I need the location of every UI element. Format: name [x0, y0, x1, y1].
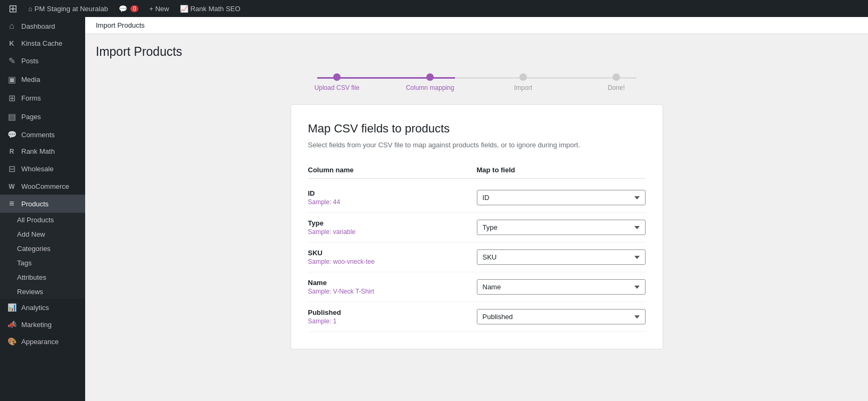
field-name-id-field: ID [308, 189, 477, 197]
sidebar-item-analytics[interactable]: 📊 Analytics [0, 299, 85, 316]
stepper-step-upload: Upload CSV file [291, 70, 384, 91]
marketing-icon: 📣 [6, 320, 17, 329]
site-name: PM Staging at Neuralab [35, 5, 108, 13]
stepper-dot-mapping [426, 73, 434, 81]
sidebar-label-appearance: Appearance [21, 338, 59, 346]
field-rows-container: IDSample: 44IDSKUNameTypePublishedDo not… [308, 183, 646, 332]
sidebar-item-posts[interactable]: ✎ Posts [0, 52, 85, 70]
sidebar-label-marketing: Marketing [21, 321, 52, 329]
field-left-published-field: PublishedSample: 1 [308, 308, 477, 325]
submenu-attributes[interactable]: Attributes [0, 270, 85, 285]
products-icon: ≡ [6, 199, 17, 208]
posts-icon: ✎ [6, 56, 17, 66]
stepper-label-mapping: Column mapping [406, 84, 454, 91]
submenu-reviews[interactable]: Reviews [0, 285, 85, 299]
sidebar-label-rank-math: Rank Math [21, 147, 55, 155]
field-select-sku-field[interactable]: SKUIDTypeNamePublishedDo not import [477, 249, 646, 265]
sidebar-label-comments: Comments [21, 131, 55, 139]
field-row-type-field: TypeSample: variableTypeIDSKUNamePublish… [308, 213, 646, 243]
sidebar-item-woocommerce[interactable]: W WooCommerce [0, 178, 85, 195]
sidebar-item-forms[interactable]: ⊞ Forms [0, 89, 85, 107]
card-title: Map CSV fields to products [308, 122, 646, 136]
field-left-type-field: TypeSample: variable [308, 219, 477, 236]
submenu-categories[interactable]: Categories [0, 241, 85, 256]
stepper-step-mapping: Column mapping [384, 70, 477, 91]
field-name-sku-field: SKU [308, 249, 477, 257]
field-sample-sku-field: Sample: woo-vneck-tee [308, 258, 477, 265]
sidebar-label-dashboard: Dashboard [21, 22, 55, 30]
breadcrumb-text: Import Products [96, 21, 145, 29]
field-sample-published-field: Sample: 1 [308, 318, 477, 325]
field-select-published-field[interactable]: PublishedIDSKUNameTypeDo not import [477, 309, 646, 324]
products-submenu: All Products Add New Categories Tags Att… [0, 213, 85, 299]
field-right-type-field: TypeIDSKUNamePublishedDo not import [477, 220, 646, 235]
field-left-name-field: NameSample: V-Neck T-Shirt [308, 279, 477, 295]
field-right-published-field: PublishedIDSKUNameTypeDo not import [477, 309, 646, 324]
sidebar-item-media[interactable]: ▣ Media [0, 70, 85, 89]
dashboard-icon: ⌂ [6, 21, 17, 31]
sidebar-label-forms: Forms [21, 94, 41, 102]
home-icon: ⌂ [28, 5, 32, 13]
stepper-label-upload: Upload CSV file [315, 84, 360, 91]
field-select-name-field[interactable]: NameIDSKUTypePublishedDo not import [477, 279, 646, 295]
comment-count: 0 [130, 5, 139, 12]
page-title: Import Products [96, 45, 857, 59]
submenu-tags[interactable]: Tags [0, 256, 85, 270]
sidebar-item-pages[interactable]: ▤ Pages [0, 107, 85, 126]
sidebar-item-wholesale[interactable]: ⊟ Wholesale [0, 160, 85, 178]
woocommerce-icon: W [6, 183, 17, 190]
field-sample-id-field: Sample: 44 [308, 198, 477, 206]
sidebar-label-kinsta: Kinsta Cache [21, 39, 62, 47]
sidebar-item-dashboard[interactable]: ⌂ Dashboard [0, 17, 85, 35]
rank-math-label: Rank Math SEO [191, 5, 241, 13]
field-select-type-field[interactable]: TypeIDSKUNamePublishedDo not import [477, 220, 646, 235]
field-select-id-field[interactable]: IDSKUNameTypePublishedDo not import [477, 190, 646, 205]
mapping-card: Map CSV fields to products Select fields… [291, 104, 663, 349]
field-sample-name-field: Sample: V-Neck T-Shirt [308, 288, 477, 295]
sidebar-item-comments[interactable]: 💬 Comments [0, 126, 85, 143]
wholesale-icon: ⊟ [6, 164, 17, 174]
field-sample-type-field: Sample: variable [308, 228, 477, 236]
wp-logo-button[interactable]: ⊞ [4, 0, 22, 17]
card-subtitle: Select fields from your CSV file to map … [308, 141, 646, 149]
sidebar-item-appearance[interactable]: 🎨 Appearance [0, 333, 85, 350]
sidebar-label-posts: Posts [21, 57, 39, 65]
sidebar-item-kinsta-cache[interactable]: K Kinsta Cache [0, 35, 85, 52]
field-name-name-field: Name [308, 279, 477, 287]
field-name-published-field: Published [308, 308, 477, 316]
sidebar-label-products: Products [21, 200, 48, 208]
new-button[interactable]: + New [145, 0, 173, 17]
site-name-button[interactable]: ⌂ PM Staging at Neuralab [24, 0, 112, 17]
comments-icon: 💬 [6, 130, 17, 139]
page-body: Import Products Upload CSV file Column m… [85, 34, 868, 401]
stepper-label-import: Import [514, 84, 532, 91]
stepper-dot-import [519, 73, 527, 81]
admin-bar: ⊞ ⌂ PM Staging at Neuralab 💬 0 + New 📈 R… [0, 0, 868, 17]
comments-button[interactable]: 💬 0 [114, 0, 143, 17]
sidebar-item-products[interactable]: ≡ Products [0, 195, 85, 213]
field-left-id-field: IDSample: 44 [308, 189, 477, 206]
sidebar-label-woocommerce: WooCommerce [21, 182, 69, 190]
stepper-label-done: Done! [608, 84, 625, 91]
field-left-sku-field: SKUSample: woo-vneck-tee [308, 249, 477, 265]
sidebar-label-analytics: Analytics [21, 304, 49, 312]
forms-icon: ⊞ [6, 93, 17, 103]
sidebar-item-rank-math[interactable]: R Rank Math [0, 143, 85, 160]
col-header-map: Map to field [477, 166, 646, 174]
rank-math-icon: 📈 [180, 5, 188, 13]
media-icon: ▣ [6, 74, 17, 85]
field-right-id-field: IDSKUNameTypePublishedDo not import [477, 190, 646, 205]
submenu-all-products[interactable]: All Products [0, 213, 85, 227]
kinsta-icon: K [6, 39, 17, 47]
submenu-add-new[interactable]: Add New [0, 227, 85, 241]
breadcrumb: Import Products [85, 17, 868, 34]
main-content: Import Products Import Products Upload C… [85, 17, 868, 401]
wp-logo-icon: ⊞ [9, 2, 18, 15]
rank-math-button[interactable]: 📈 Rank Math SEO [176, 0, 245, 17]
sidebar-item-marketing[interactable]: 📣 Marketing [0, 316, 85, 333]
field-row-name-field: NameSample: V-Neck T-ShirtNameIDSKUTypeP… [308, 272, 646, 302]
field-row-published-field: PublishedSample: 1PublishedIDSKUNameType… [308, 302, 646, 332]
sidebar-label-pages: Pages [21, 113, 41, 121]
stepper-track: Upload CSV file Column mapping Import Do… [291, 70, 663, 91]
pages-icon: ▤ [6, 112, 17, 122]
